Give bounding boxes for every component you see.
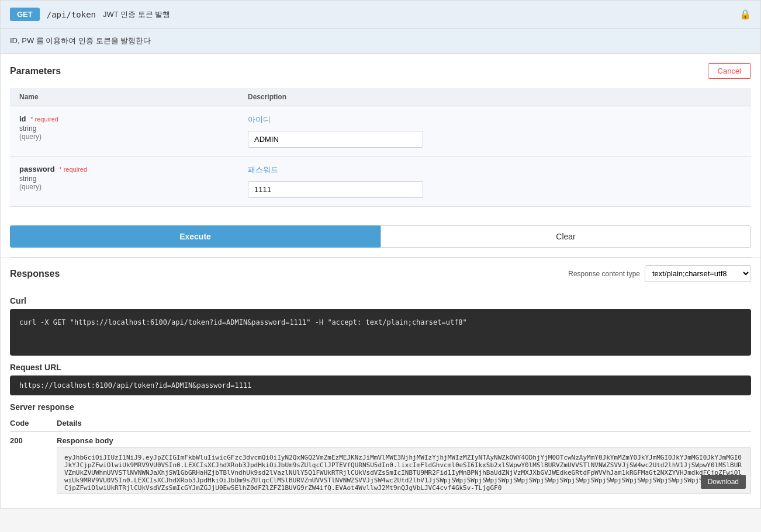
- responses-title: Responses: [10, 269, 60, 279]
- header-bar: GET /api/token JWT 인증 토큰 발행 🔒: [1, 1, 760, 29]
- param-name: id * required: [19, 114, 229, 123]
- response-body-box: eyJhbGciOiJIUzI1NiJ9.eyJpZCIGImFkbWluIiw…: [57, 447, 751, 494]
- required-label: * required: [59, 166, 87, 173]
- param-type: string: [19, 175, 229, 183]
- param-id-name: id: [19, 114, 26, 123]
- curl-section: Curl curl -X GET "https://localhost:6100…: [10, 289, 751, 499]
- server-response-title: Server response: [10, 395, 751, 412]
- request-url-title: Request URL: [10, 356, 751, 372]
- response-details-cell: Response body eyJhbGciOiJIUzI1NiJ9.eyJpZ…: [57, 432, 751, 499]
- parameters-section: Parameters Cancel Name Description id * …: [1, 54, 760, 216]
- method-badge: GET: [10, 8, 40, 21]
- responses-section: Responses Response content type text/pla…: [1, 258, 760, 289]
- params-table: Name Description id * required string (q…: [10, 88, 751, 207]
- param-type: string: [19, 124, 229, 133]
- col-code: Code: [10, 415, 57, 432]
- param-desc: 패스워드: [248, 165, 742, 175]
- content-type-container: Response content type text/plain;charset…: [568, 265, 751, 282]
- content-type-label: Response content type: [568, 270, 640, 278]
- param-name-cell: id * required string (query): [10, 106, 238, 157]
- execute-button[interactable]: Execute: [10, 225, 380, 248]
- param-desc-cell: 패스워드: [238, 157, 751, 207]
- param-name-cell: password * required string (query): [10, 157, 238, 207]
- param-desc-cell: 아이디: [238, 106, 751, 157]
- lock-icon: 🔒: [739, 9, 751, 20]
- download-button[interactable]: Download: [701, 475, 746, 489]
- curl-box: curl -X GET "https://localhost:6100/api/…: [10, 309, 751, 356]
- col-description: Description: [238, 88, 751, 106]
- endpoint-path: /api/token: [47, 10, 96, 19]
- param-desc: 아이디: [248, 114, 742, 125]
- col-details: Details: [57, 415, 751, 432]
- action-buttons: Execute Clear: [10, 225, 751, 248]
- endpoint-title: JWT 인증 토큰 발행: [103, 9, 170, 20]
- parameters-title: Parameters: [10, 66, 61, 77]
- response-row: 200 Response body eyJhbGciOiJIUzI1NiJ9.e…: [10, 432, 751, 499]
- param-password-name: password: [19, 165, 55, 173]
- responses-header: Responses Response content type text/pla…: [10, 265, 751, 282]
- param-name: password * required: [19, 165, 229, 173]
- required-label: * required: [30, 116, 58, 123]
- param-location: (query): [19, 183, 229, 191]
- col-name: Name: [10, 88, 238, 106]
- description-bar: ID, PW 를 이용하여 인증 토큰을 발행한다: [1, 29, 760, 54]
- response-body-label: Response body: [57, 436, 751, 445]
- description-text: ID, PW 를 이용하여 인증 토큰을 발행한다: [10, 36, 151, 45]
- api-panel: GET /api/token JWT 인증 토큰 발행 🔒 ID, PW 를 이…: [0, 0, 761, 509]
- table-row: id * required string (query) 아이디: [10, 106, 751, 157]
- param-location: (query): [19, 133, 229, 141]
- curl-title: Curl: [10, 289, 751, 305]
- response-code: 200: [10, 432, 57, 499]
- clear-button[interactable]: Clear: [380, 225, 751, 248]
- parameters-header: Parameters Cancel: [10, 63, 751, 79]
- password-input[interactable]: [248, 181, 423, 198]
- content-type-select[interactable]: text/plain;charset=utf8 application/json: [645, 265, 751, 282]
- table-row: password * required string (query) 패스워드: [10, 157, 751, 207]
- id-input[interactable]: [248, 131, 423, 148]
- response-body-text: eyJhbGciOiJIUzI1NiJ9.eyJpZCIGImFkbWluIiw…: [64, 454, 742, 492]
- cancel-button[interactable]: Cancel: [708, 63, 751, 79]
- request-url-box: https://localhost:6100/api/token?id=ADMI…: [10, 375, 751, 395]
- response-table: Code Details 200 Response body eyJhbGciO…: [10, 415, 751, 499]
